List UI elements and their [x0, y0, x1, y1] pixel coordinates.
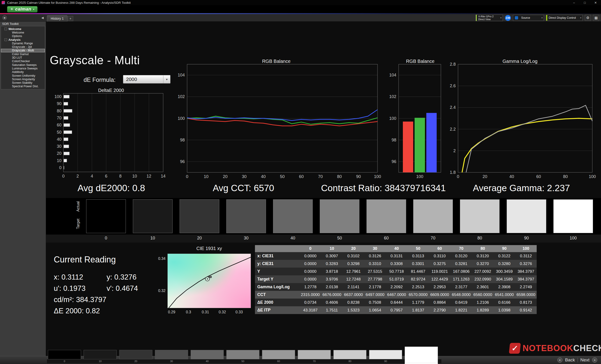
svg-text:70: 70 — [57, 116, 61, 120]
sidebar-item-3d-lut[interactable]: 3D LUT — [1, 56, 45, 59]
sidebar-item-dynamic-range[interactable]: Dynamic Range — [1, 41, 45, 45]
sidebar: SDR Toolkit -WelcomeWelcomeOptions-Analy… — [0, 22, 46, 356]
patch-level-20[interactable]: 20 — [119, 350, 152, 364]
sidebar-item-saturation-sweeps[interactable]: Saturation Sweeps — [1, 63, 45, 67]
table-column-header: 70 — [451, 245, 472, 252]
layout-grid-icon[interactable]: ▦ — [593, 15, 599, 21]
table-cell: 6541.0000 — [493, 291, 515, 298]
table-cell: 2.3601 — [472, 283, 494, 291]
workspace-panel-icon[interactable]: ◉ — [2, 16, 7, 20]
svg-text:8: 8 — [119, 174, 122, 179]
patch-level-label: 80 — [333, 359, 366, 363]
table-cell: 2.2092 — [386, 283, 407, 291]
add-tab-button[interactable]: + — [68, 16, 73, 21]
sidebar-item-screen-uniformity[interactable]: Screen Uniformity — [1, 74, 45, 77]
patch-level-10[interactable]: 10 — [84, 350, 117, 364]
patch-level-90[interactable]: 90 — [369, 350, 402, 364]
svg-text:40: 40 — [57, 137, 61, 142]
patch-level-30[interactable]: 30 — [155, 350, 188, 364]
display-control-selector[interactable]: Direct Display Control ▾ — [546, 15, 583, 21]
sidebar-item-options[interactable]: Options — [1, 35, 45, 38]
sidebar-item-welcome[interactable]: -Welcome — [1, 27, 45, 31]
test-patch-strip: 0102030405060708090100 — [48, 350, 438, 364]
swatch-level-label: 100 — [553, 236, 593, 241]
sidebar-item-welcome[interactable]: Welcome — [1, 31, 45, 34]
table-cell: 6560.0000 — [472, 291, 494, 298]
back-button[interactable]: Back — [565, 357, 575, 363]
sidebar-item-luminance-sweeps[interactable]: Luminance Sweeps — [1, 67, 45, 70]
sidebar-collapse-icon[interactable]: ◀ — [41, 16, 44, 19]
table-row-label: y: CIE31 — [255, 260, 300, 268]
swatch-level-label: 70 — [413, 236, 453, 241]
maximize-button[interactable]: □ — [579, 0, 590, 5]
patch-level-70[interactable]: 70 — [298, 350, 331, 364]
tab-history-1[interactable]: History 1 — [47, 15, 67, 22]
svg-text:0: 0 — [59, 165, 61, 170]
table-cell: 2.2790 — [429, 306, 451, 314]
svg-text:4: 4 — [91, 174, 93, 179]
sidebar-item-colorchecker[interactable]: ColorChecker — [1, 60, 45, 63]
grayscale-swatch-20 — [180, 199, 219, 233]
sidebar-item-color-gamut[interactable]: Color Gamut — [1, 52, 45, 56]
patch-level-label: 50 — [226, 359, 260, 363]
sidebar-item-grayscale-2pt[interactable]: Grayscale - 2pt — [1, 45, 45, 48]
svg-text:30: 30 — [242, 174, 247, 179]
close-button[interactable]: ✕ — [590, 0, 601, 5]
sidebar-item-analysis[interactable]: -Analysis — [1, 38, 45, 41]
svg-text:96: 96 — [180, 159, 185, 164]
back-arrow-icon[interactable]: « — [557, 357, 562, 363]
nav-divider — [578, 358, 578, 362]
rgb-line-blue — [187, 110, 378, 121]
svg-text:20: 20 — [223, 174, 228, 179]
meter-name: X-Rite i1Pro 2 — [478, 15, 499, 18]
sidebar-item-additivity[interactable]: Additivity — [1, 70, 45, 74]
patch-swatch — [191, 350, 224, 359]
sidebar-item-label: Grayscale - 2pt — [12, 45, 32, 48]
table-column-header: 20 — [343, 245, 364, 252]
tree-collapse-icon[interactable]: - — [4, 38, 7, 41]
table-cell: 0.3301 — [407, 260, 429, 268]
chart-title: DeltaE 2000 — [56, 87, 166, 93]
tree-collapse-icon[interactable]: - — [4, 28, 7, 30]
svg-text:2.2: 2.2 — [450, 127, 456, 132]
de-formula-label: dE Formula: — [84, 77, 116, 83]
cie-1931-chart: CIE 1931 xy 0.340.320.290.30.310.320.33 — [154, 245, 252, 316]
sidebar-item-spectral-power-dist[interactable]: Spectral Power Dist. — [1, 85, 45, 88]
grayscale-swatch-90 — [507, 199, 546, 233]
table-cell: 0.6444 — [386, 298, 407, 306]
patch-level-label: 0 — [48, 359, 81, 363]
patch-level-60[interactable]: 60 — [262, 350, 295, 364]
patch-level-80[interactable]: 80 — [333, 350, 366, 364]
sidebar-item-screen-angularity[interactable]: Screen Angularity — [1, 77, 45, 81]
deltae-bar-10 — [64, 159, 67, 162]
sidebar-item-screen-stability[interactable]: Screen Stability — [1, 81, 45, 85]
meter-count-badge[interactable]: 238 — [505, 15, 511, 21]
meter-selector[interactable]: X-Rite i1Pro 2 Direct View ▾ — [476, 15, 503, 21]
svg-text:60: 60 — [299, 174, 304, 179]
svg-text:30: 30 — [57, 144, 61, 149]
de-formula-dropdown[interactable]: 2000 ▾ — [123, 75, 170, 84]
minimize-button[interactable]: – — [569, 0, 579, 5]
actual-axis-label: Actual — [76, 201, 80, 211]
next-button[interactable]: Next — [580, 357, 590, 363]
sidebar-item-grayscale-multi[interactable]: Grayscale - Multi — [1, 49, 45, 52]
table-cell: 0.3126 — [364, 252, 386, 260]
patch-level-label: 40 — [191, 359, 224, 363]
svg-text:20: 20 — [482, 174, 487, 179]
patch-level-100[interactable]: 100 — [405, 350, 438, 364]
next-arrow-icon[interactable]: » — [592, 357, 597, 363]
patch-level-40[interactable]: 40 — [191, 350, 224, 364]
patch-level-0[interactable]: 0 — [48, 350, 81, 364]
calman-menu-button[interactable]: ✳ calman ▾ — [7, 6, 38, 12]
cie-x-tick: 0.33 — [234, 310, 244, 314]
table-cell: 43.3187 — [300, 306, 321, 314]
table-cell: 6609.0000 — [429, 291, 451, 298]
chart-title: CIE 1931 xy — [167, 246, 251, 251]
deltae-bar-0 — [64, 166, 64, 169]
table-row-label: ΔE ITP — [255, 306, 300, 314]
source-selector[interactable]: Source ▾ — [513, 15, 544, 21]
source-label: Source — [520, 16, 540, 19]
gamma-line-target — [462, 118, 592, 172]
settings-gear-icon[interactable]: ⚙ — [585, 15, 591, 21]
patch-level-50[interactable]: 50 — [226, 350, 260, 364]
